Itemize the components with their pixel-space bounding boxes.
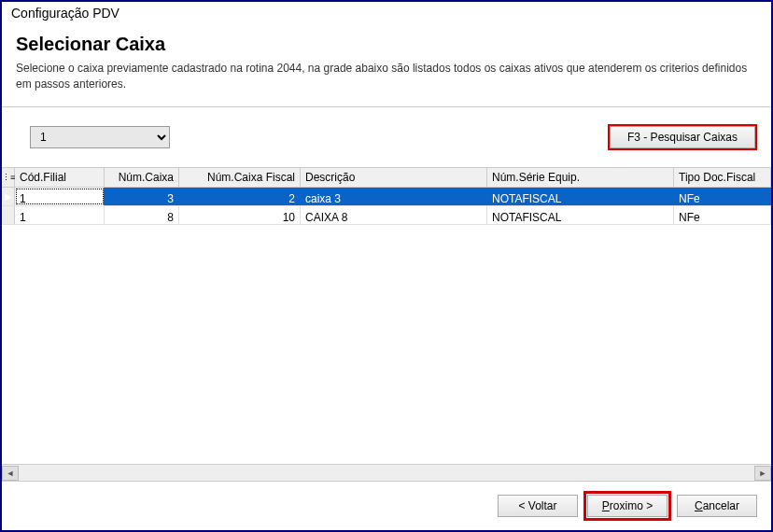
window-title: Configuração PDV: [2, 2, 771, 24]
grid-header: ⋮≡ Cód.Filial Núm.Caixa Núm.Caixa Fiscal…: [2, 167, 771, 188]
search-caixas-button[interactable]: F3 - Pesquisar Caixas: [610, 126, 755, 148]
filial-select[interactable]: 1: [30, 126, 170, 148]
grid-container: ⋮≡ Cód.Filial Núm.Caixa Núm.Caixa Fiscal…: [2, 167, 771, 481]
cell-cod-filial[interactable]: 1: [15, 188, 105, 205]
col-header-num-caixa[interactable]: Núm.Caixa: [105, 168, 179, 187]
row-indicator-icon: ▶: [2, 188, 15, 205]
cell-num-caixa-fiscal[interactable]: 2: [179, 188, 301, 205]
cell-num-caixa-fiscal[interactable]: 10: [179, 206, 301, 224]
grid-indicator-header[interactable]: ⋮≡: [2, 168, 15, 187]
scroll-track[interactable]: [19, 466, 754, 481]
cell-num-serie[interactable]: NOTAFISCAL: [487, 206, 674, 224]
col-header-cod-filial[interactable]: Cód.Filial: [15, 168, 105, 187]
next-button-rest: roximo >: [610, 499, 653, 512]
col-header-tipo-doc[interactable]: Tipo Doc.Fiscal: [674, 168, 771, 187]
cell-descricao[interactable]: caixa 3: [301, 188, 487, 205]
cancel-button-rest: ancelar: [703, 499, 739, 512]
table-row[interactable]: 1810CAIXA 8NOTAFISCALNFe: [2, 206, 771, 225]
controls-row: 1 F3 - Pesquisar Caixas: [2, 107, 771, 167]
cancel-button-hotkey: C: [695, 499, 703, 512]
table-row[interactable]: ▶132caixa 3NOTAFISCALNFe: [2, 188, 771, 206]
col-header-num-caixa-fiscal[interactable]: Núm.Caixa Fiscal: [179, 168, 301, 187]
next-button-highlight: Proximo >: [583, 491, 671, 521]
back-button[interactable]: < Voltar: [498, 495, 578, 517]
col-header-descricao[interactable]: Descrição: [301, 168, 487, 187]
page-description: Selecione o caixa previamente cadastrado…: [16, 61, 757, 92]
footer-buttons: < Voltar Proximo > Cancelar: [2, 481, 771, 530]
cell-descricao[interactable]: CAIXA 8: [301, 206, 487, 224]
page-title: Selecionar Caixa: [16, 34, 757, 55]
horizontal-scrollbar[interactable]: ◄ ►: [2, 464, 771, 481]
grid-body: ▶132caixa 3NOTAFISCALNFe1810CAIXA 8NOTAF…: [2, 188, 771, 464]
cell-tipo-doc[interactable]: NFe: [674, 188, 771, 205]
search-button-highlight: F3 - Pesquisar Caixas: [608, 124, 757, 150]
cell-num-caixa[interactable]: 3: [105, 188, 179, 205]
back-button-label: < Voltar: [518, 499, 556, 512]
row-indicator-icon: [2, 206, 15, 224]
cell-cod-filial[interactable]: 1: [15, 206, 105, 224]
scroll-left-arrow[interactable]: ◄: [2, 466, 19, 481]
cancel-button[interactable]: Cancelar: [677, 495, 757, 517]
cell-num-serie[interactable]: NOTAFISCAL: [487, 188, 674, 205]
window-frame: Configuração PDV Selecionar Caixa Seleci…: [0, 0, 773, 532]
col-header-num-serie[interactable]: Núm.Série Equip.: [487, 168, 674, 187]
header-section: Selecionar Caixa Selecione o caixa previ…: [2, 24, 771, 107]
next-button[interactable]: Proximo >: [587, 495, 668, 517]
cell-num-caixa[interactable]: 8: [105, 206, 179, 224]
cell-tipo-doc[interactable]: NFe: [674, 206, 771, 224]
next-button-hotkey: P: [602, 499, 610, 512]
scroll-right-arrow[interactable]: ►: [754, 466, 771, 481]
